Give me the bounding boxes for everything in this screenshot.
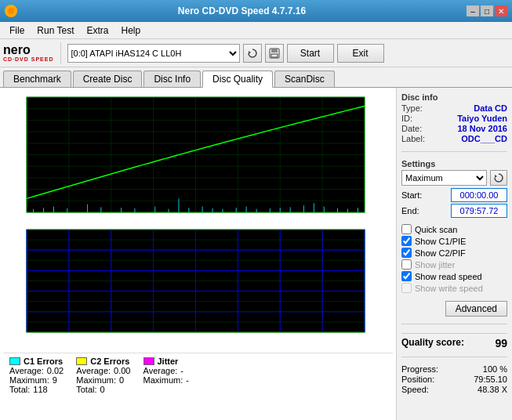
legend: C1 Errors Average: 0.02 Maximum: 9 Total… (3, 353, 393, 397)
progress-label: Progress: (401, 364, 438, 374)
progress-value: 100 % (483, 364, 507, 374)
end-time-input[interactable] (451, 204, 507, 218)
c2-avg-value: 0.00 (114, 366, 130, 375)
start-time-row: Start: (401, 188, 507, 202)
read-speed-checkbox[interactable] (401, 271, 412, 281)
read-speed-row: Show read speed (401, 271, 507, 281)
end-time-label: End: (401, 206, 419, 215)
c1pie-row: Show C1/PIE (401, 236, 507, 246)
write-speed-row: Show write speed (401, 283, 507, 293)
c2-max-label: Maximum: (76, 375, 116, 385)
quality-score-value: 99 (495, 337, 507, 349)
position-value: 79:55.10 (474, 375, 507, 384)
save-icon (269, 48, 280, 59)
settings-title: Settings (401, 159, 507, 168)
jitter-title: Jitter (158, 357, 179, 366)
right-panel: Disc info Type: Data CD ID: Taiyo Yuden … (397, 88, 512, 420)
menu-bar: File Run Test Extra Help (0, 22, 512, 39)
id-row: ID: Taiyo Yuden (401, 114, 507, 123)
disc-label-value: ODC___CD (461, 134, 507, 143)
toolbar: nero CD·DVD SPEED [0:0] ATAPI iHAS124 C … (0, 39, 512, 67)
date-row: Date: 18 Nov 2016 (401, 124, 507, 133)
menu-run-test[interactable]: Run Test (31, 24, 80, 38)
legend-jitter: Jitter Average: - Maximum: - (143, 357, 189, 394)
refresh-button[interactable] (243, 44, 262, 63)
minimize-button[interactable]: – (467, 5, 479, 16)
menu-extra[interactable]: Extra (80, 24, 114, 38)
c2pif-checkbox[interactable] (401, 248, 412, 258)
quality-score-label: Quality score: (401, 337, 464, 349)
start-time-input[interactable] (451, 188, 507, 202)
tab-disc-info[interactable]: Disc Info (143, 71, 201, 87)
menu-help[interactable]: Help (115, 24, 147, 38)
c1-title: C1 Errors (24, 357, 63, 366)
jitter-row: Show jitter (401, 259, 507, 270)
jitter-max-label: Maximum: (143, 375, 183, 385)
quick-scan-row: Quick scan (401, 224, 507, 234)
progress-row: Progress: 100 % (401, 364, 507, 374)
tab-benchmark[interactable]: Benchmark (3, 71, 71, 87)
date-value: 18 Nov 2016 (457, 124, 507, 133)
chart-area: C1 Errors Average: 0.02 Maximum: 9 Total… (0, 88, 397, 420)
c2-max-value: 0 (119, 375, 124, 385)
exit-button[interactable]: Exit (337, 44, 384, 63)
position-row: Position: 79:55.10 (401, 375, 507, 384)
jitter-avg-value: - (180, 366, 183, 375)
settings-refresh-btn[interactable] (490, 170, 507, 186)
maximize-button[interactable]: □ (481, 5, 493, 16)
tab-create-disc[interactable]: Create Disc (73, 71, 143, 87)
settings-section: Settings Maximum Start: End: (401, 159, 507, 219)
c1-total-value: 118 (33, 385, 47, 394)
toolbar-divider (60, 42, 61, 64)
title-bar-icon (5, 5, 17, 17)
tab-bar: Benchmark Create Disc Disc Info Disc Qua… (0, 67, 512, 88)
c2-avg-label: Average: (76, 366, 111, 375)
read-speed-label: Show read speed (415, 272, 482, 281)
c1pie-checkbox[interactable] (401, 236, 412, 246)
legend-c2: C2 Errors Average: 0.00 Maximum: 0 Total… (76, 357, 130, 394)
svg-point-1 (8, 8, 14, 14)
disc-label-label: Label: (401, 134, 425, 143)
title-bar-controls: – □ ✕ (467, 5, 507, 16)
type-label: Type: (401, 103, 423, 113)
svg-rect-5 (271, 54, 278, 57)
end-time-row: End: (401, 204, 507, 218)
svg-rect-4 (271, 49, 278, 52)
quick-scan-checkbox[interactable] (401, 224, 412, 234)
jitter-avg-label: Average: (143, 366, 178, 375)
type-row: Type: Data CD (401, 103, 507, 113)
write-speed-label: Show write speed (415, 284, 483, 293)
jitter-checkbox[interactable] (401, 259, 412, 270)
advanced-button[interactable]: Advanced (445, 301, 507, 317)
date-label: Date: (401, 124, 422, 133)
speed-row: Maximum (401, 170, 507, 186)
c2-total-value: 0 (100, 385, 105, 394)
divider-2 (401, 324, 507, 324)
save-button[interactable] (265, 44, 284, 63)
write-speed-checkbox[interactable] (401, 283, 412, 293)
legend-c1: C1 Errors Average: 0.02 Maximum: 9 Total… (9, 357, 64, 394)
jitter-color-swatch (143, 357, 154, 365)
close-button[interactable]: ✕ (495, 5, 507, 16)
id-value: Taiyo Yuden (457, 114, 507, 123)
c2-title: C2 Errors (90, 357, 129, 366)
c1-avg-value: 0.02 (47, 366, 64, 375)
jitter-label: Show jitter (415, 260, 455, 270)
speed-label: Speed: (401, 385, 429, 394)
position-label: Position: (401, 375, 434, 384)
start-button[interactable]: Start (287, 44, 334, 63)
drive-select[interactable]: [0:0] ATAPI iHAS124 C LL0H (67, 44, 240, 63)
speed-row: Speed: 48.38 X (401, 385, 507, 394)
menu-file[interactable]: File (3, 24, 31, 38)
tab-scan-disc[interactable]: ScanDisc (274, 71, 335, 87)
speed-select[interactable]: Maximum (401, 170, 487, 186)
c2-color-swatch (76, 357, 87, 365)
c2-total-label: Total: (76, 385, 96, 394)
type-value: Data CD (474, 103, 507, 113)
c1-max-label: Maximum: (9, 375, 49, 385)
disc-label-row: Label: ODC___CD (401, 134, 507, 143)
tab-disc-quality[interactable]: Disc Quality (202, 71, 273, 88)
disc-info-title: Disc info (401, 92, 507, 102)
app-logo: nero CD·DVD SPEED (3, 44, 54, 62)
c1-total-label: Total: (9, 385, 30, 394)
